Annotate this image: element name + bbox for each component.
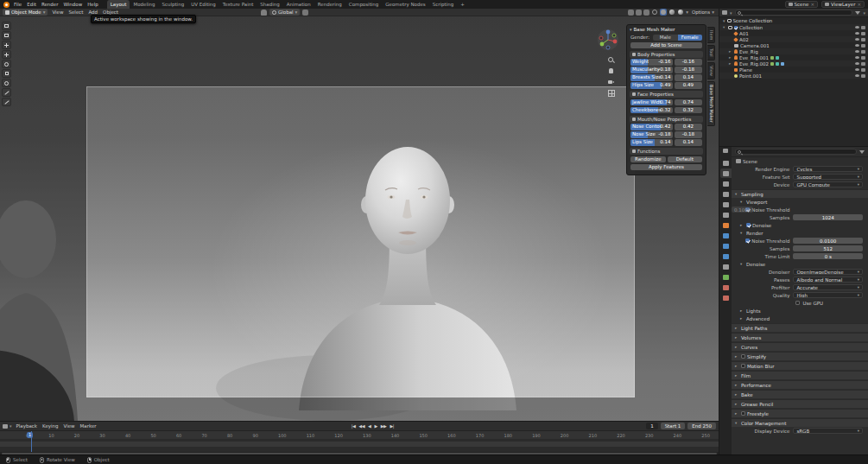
menubar-menu[interactable]: File [11,0,24,9]
scene-collection-row[interactable]: ▾ Scene Collection [719,17,868,24]
property-value-field[interactable]: -0.18 [675,67,702,73]
remove-viewlayer-icon[interactable]: × [857,2,861,7]
workspace-tab[interactable]: Modeling [130,0,158,9]
prop-value[interactable]: sRGB▾ [793,428,863,434]
viewport-menu[interactable]: Select [66,9,86,16]
panel-motion-blur[interactable]: ▸Motion Blur [732,361,868,370]
filter-icon[interactable] [859,150,865,154]
timeline-menu[interactable]: Marker [78,422,99,431]
workspace-tab[interactable]: Texture Paint [219,0,257,9]
add-to-scene-button[interactable]: Add to Scene [630,42,702,49]
outliner-row-a01[interactable]: A01 [719,30,868,36]
default-button[interactable]: Default [668,156,703,163]
outliner-row-collection[interactable]: ▾Collection [719,24,868,30]
panel-simplify[interactable]: ▸Simplify [732,352,868,360]
expand-arrow-icon[interactable]: ▸ [729,49,732,54]
shading-material-button[interactable] [668,9,675,16]
snap-magnet-icon[interactable] [261,10,267,16]
timeline-ruler[interactable]: 0102030405060708090100110120130140150160… [0,431,719,440]
hide-in-viewport-icon[interactable] [855,26,859,29]
panel-viewport[interactable]: ▾Viewport [732,198,868,206]
viewlayer-selector[interactable]: ViewLayer × [821,1,865,8]
properties-search-input[interactable] [735,149,857,155]
shading-dropdown-icon[interactable]: ▾ [686,10,688,15]
panel-film[interactable]: ▸Film [732,371,868,379]
properties-tab[interactable] [720,262,732,271]
property-slider[interactable]: Cheekbones 0.32 [630,107,673,114]
properties-tab[interactable] [720,220,732,230]
denoise-checkbox[interactable] [746,223,751,227]
disable-in-render-icon[interactable] [861,44,865,48]
outliner-row-plane[interactable]: Plane [719,67,868,73]
workspace-tab[interactable]: UV Editing [187,0,219,9]
show-overlays-icon[interactable] [636,10,642,16]
zoom-icon[interactable] [607,56,615,64]
tool-button[interactable] [2,79,11,87]
hide-in-viewport-icon[interactable] [855,74,859,77]
expand-arrow-icon[interactable]: ▸ [729,61,732,66]
noise-threshold-checkbox[interactable] [745,238,750,243]
prop-value[interactable]: Albedo and Normal▾ [793,276,863,283]
end-frame-field[interactable]: End 250 [687,423,716,429]
editor-type-dropdown[interactable] [723,149,728,153]
workspace-tab[interactable]: Shading [257,0,282,9]
mode-dropdown[interactable]: Object Mode ▾ [3,9,48,16]
proportional-editing-icon[interactable] [302,10,308,16]
options-dropdown[interactable]: Options▾ [690,10,716,15]
prop-value[interactable]: 0 s [793,253,863,259]
outliner-row-camera-001[interactable]: Camera.001 [719,42,868,48]
disable-in-render-icon[interactable] [861,68,865,72]
freestyle-checkbox[interactable] [741,411,745,416]
transport-button[interactable]: ▶| [389,423,395,429]
properties-tab[interactable] [720,210,732,219]
disable-in-render-icon[interactable] [861,50,865,54]
properties-tab[interactable] [720,283,732,292]
workspace-tab[interactable]: Geometry Nodes [382,0,428,9]
transport-button[interactable]: |◀ [351,423,357,429]
hide-in-viewport-icon[interactable] [855,56,859,59]
tool-button[interactable] [2,98,11,106]
use-gpu-checkbox[interactable] [795,301,800,305]
prop-value[interactable]: Cycles▾ [793,166,863,172]
prop-value[interactable]: OpenImageDenoise▾ [793,269,863,275]
prop-value[interactable]: High▾ [793,292,863,298]
prop-value[interactable]: Supported▾ [793,174,863,180]
camera-view-icon[interactable] [607,79,615,86]
panel-sampling[interactable]: ▾Sampling [732,189,868,198]
transport-button[interactable]: ▶ [373,423,377,429]
outliner-row-eve-rig-002[interactable]: ▸Eve_Rig.002 [719,60,868,67]
property-value-field[interactable]: 0.74 [675,99,702,106]
editor-type-icon[interactable] [722,10,727,15]
tool-button[interactable] [2,50,11,59]
hide-in-viewport-icon[interactable] [855,50,859,53]
transport-button[interactable]: ◀◀ [358,423,365,429]
disable-in-render-icon[interactable] [861,32,865,35]
transport-button[interactable]: ▶▶ [380,423,388,429]
prop-value[interactable]: 0.0100 [793,238,863,244]
panel-denoise[interactable]: ▾Denoise [732,260,868,268]
property-value-field[interactable]: 0.49 [675,82,702,89]
face-properties-header[interactable]: Face Properties [630,91,703,98]
hide-in-viewport-icon[interactable] [855,44,859,47]
disable-in-render-icon[interactable] [861,74,865,78]
property-slider[interactable]: Lips Size 0.14 [630,139,673,146]
property-slider[interactable]: Nose Size -0.18 [630,131,673,138]
properties-tab[interactable] [720,189,732,199]
tool-button[interactable] [2,31,11,40]
prop-value[interactable]: 0.1000 [732,207,753,213]
playhead-frame-badge[interactable]: 1 [27,432,33,438]
workspace-tab[interactable]: Rendering [314,0,345,9]
property-value-field[interactable]: 0.14 [675,74,702,81]
properties-tab[interactable] [720,168,732,178]
workspace-tab[interactable]: Compositing [345,0,382,9]
outliner-row-a02[interactable]: A02 [719,36,868,42]
prop-value[interactable]: GPU Compute▾ [793,181,863,188]
properties-tab[interactable] [720,158,732,168]
timeline-menu[interactable]: Keying [40,422,60,431]
blender-logo-icon[interactable] [3,2,10,8]
panel-grease-pencil[interactable]: ▸Grease Pencil [732,399,868,408]
tool-button[interactable] [2,60,11,68]
panel-color-management[interactable]: ▾Color Management [732,418,868,427]
start-frame-field[interactable]: Start 1 [661,423,686,429]
disable-in-render-icon[interactable] [861,62,865,66]
